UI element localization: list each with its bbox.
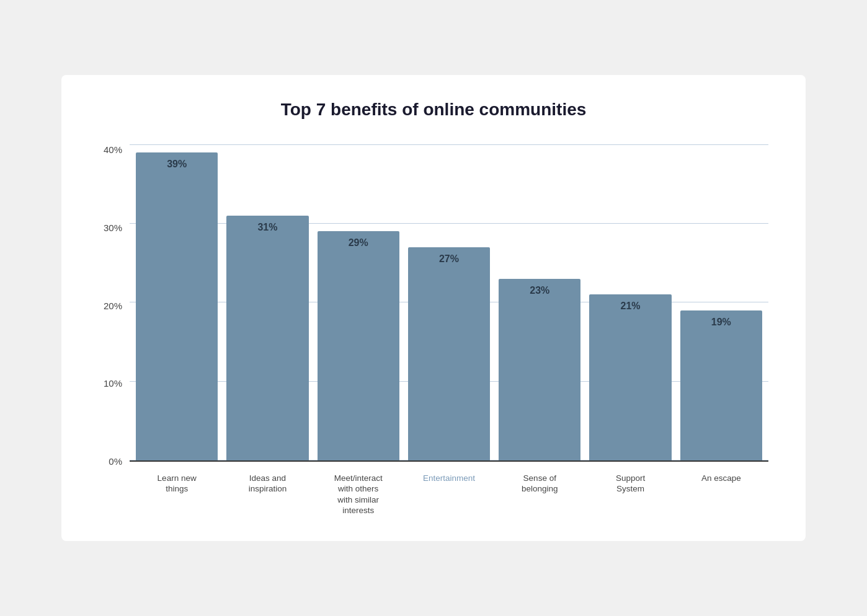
bar-wrapper-support-system: 21%	[589, 144, 671, 460]
bar-value-entertainment: 27%	[439, 253, 459, 265]
chart-container: Top 7 benefits of online communities 40%…	[61, 75, 806, 541]
bar-value-support-system: 21%	[621, 301, 641, 312]
bar-wrapper-an-escape: 19%	[680, 144, 762, 460]
bar-support-system: 21%	[589, 294, 671, 460]
y-axis-label: 40%	[104, 144, 122, 155]
bar-value-an-escape: 19%	[711, 317, 731, 328]
bar-wrapper-entertainment: 27%	[408, 144, 490, 460]
x-label-sense-of-belonging: Sense ofbelonging	[499, 473, 580, 516]
bar-value-learn-new-things: 39%	[167, 159, 187, 170]
chart-area: 40%30%20%10%0% 39%31%29%27%23%21%19% Lea…	[99, 144, 768, 516]
bar-entertainment: 27%	[408, 247, 490, 460]
bars-and-grid: 39%31%29%27%23%21%19%	[130, 144, 768, 460]
bars-row: 39%31%29%27%23%21%19%	[130, 144, 768, 460]
bar-wrapper-meet-interact: 29%	[318, 144, 399, 460]
bar-value-ideas-and-inspiration: 31%	[257, 222, 277, 233]
x-labels: Learn newthingsIdeas andinspirationMeet/…	[130, 467, 768, 516]
bar-ideas-and-inspiration: 31%	[226, 216, 308, 460]
chart-title: Top 7 benefits of online communities	[99, 100, 768, 120]
x-label-learn-new-things: Learn newthings	[136, 473, 218, 516]
bar-meet-interact: 29%	[318, 231, 399, 460]
bar-value-sense-of-belonging: 23%	[530, 285, 549, 296]
bar-an-escape: 19%	[680, 310, 762, 460]
x-label-entertainment: Entertainment	[408, 473, 490, 516]
y-axis-label: 10%	[104, 378, 122, 389]
bar-learn-new-things: 39%	[136, 152, 218, 460]
x-label-an-escape: An escape	[680, 473, 762, 516]
bar-wrapper-learn-new-things: 39%	[136, 144, 218, 460]
x-axis-line	[130, 460, 768, 462]
x-label-meet-interact: Meet/interactwith otherswith similarinte…	[318, 473, 399, 516]
bar-wrapper-sense-of-belonging: 23%	[499, 144, 580, 460]
bar-value-meet-interact: 29%	[349, 237, 368, 249]
y-axis-label: 30%	[104, 222, 122, 233]
bar-sense-of-belonging: 23%	[499, 279, 580, 460]
bar-wrapper-ideas-and-inspiration: 31%	[226, 144, 308, 460]
x-label-support-system: SupportSystem	[589, 473, 671, 516]
y-axis-label: 0%	[109, 456, 122, 467]
y-axis: 40%30%20%10%0%	[99, 144, 130, 467]
x-label-ideas-and-inspiration: Ideas andinspiration	[226, 473, 308, 516]
chart-inner: 39%31%29%27%23%21%19% Learn newthingsIde…	[130, 144, 768, 516]
y-axis-label: 20%	[104, 301, 122, 311]
